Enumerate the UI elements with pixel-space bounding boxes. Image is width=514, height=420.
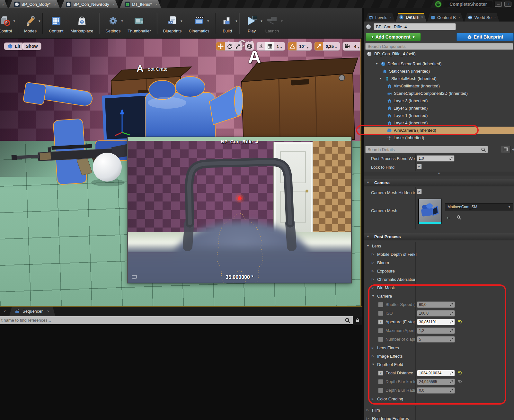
minimize-button[interactable]: —	[495, 2, 502, 7]
panel-collapse-icon[interactable]: ◀	[512, 147, 514, 151]
toolbar-marketplace-button[interactable]: uMarketplace	[67, 12, 97, 35]
column-divider[interactable]	[415, 154, 416, 171]
restore-button[interactable]: ❐	[504, 2, 511, 7]
blend-weight-field[interactable]: 1,0	[417, 155, 455, 162]
component-row-layer-2-inherited[interactable]: Layer 2 (Inherited)	[364, 104, 514, 112]
toolbar-thumbnailer-button[interactable]: Thumbnailer	[124, 12, 154, 35]
dropdown-caret-icon[interactable]: ▾	[13, 19, 15, 23]
expanded-arrow-icon[interactable]: ▼	[379, 77, 383, 80]
component-row-staticmesh-inherited[interactable]: StaticMesh (Inherited)	[364, 67, 514, 75]
search-components-input[interactable]	[368, 44, 511, 49]
level-viewport[interactable]: pty Cra	[0, 39, 361, 306]
camera-preview-window[interactable]: BP_Con_Rifle_4 35.000000 °	[128, 137, 351, 283]
details-splitter[interactable]: ▼	[364, 172, 514, 176]
camera-mesh-dropdown[interactable]: MatineeCam_SM ▼	[445, 203, 513, 210]
component-row-defaultsceneroot-inherited[interactable]: ▼DefaultSceneRoot (Inherited)	[364, 60, 514, 67]
angle-snap-button[interactable]	[288, 42, 297, 50]
window-tab-bp-con-newbody[interactable]: BP_Con_NewBody×	[61, 0, 119, 8]
actor-billboard-icon[interactable]: A	[137, 63, 144, 74]
expanded-arrow-icon[interactable]: ▼	[367, 244, 370, 247]
category-row-dirt-mask[interactable]: ▷ Dirt Mask	[364, 283, 514, 292]
position-snap-value[interactable]: 1▼	[274, 42, 285, 50]
category-row-exposure[interactable]: ▷ Exposure	[364, 267, 514, 275]
dropdown-caret-icon[interactable]: ▾	[121, 19, 123, 23]
tab-close-icon[interactable]: ×	[47, 309, 49, 314]
category-row-depth-of-field[interactable]: ▼ Depth of Field	[364, 360, 514, 369]
scale-snap-value[interactable]: 0,25▼	[323, 42, 340, 50]
scene-crate-large[interactable]	[242, 58, 358, 144]
tab-close-icon[interactable]: ×	[494, 16, 496, 19]
category-row-lens-flares[interactable]: ▷ Lens Flares	[364, 344, 514, 352]
toolbar-build-button[interactable]: ▾Build	[218, 12, 237, 35]
category-row-bloom[interactable]: ▷ Bloom	[364, 258, 514, 267]
camera-speed-button[interactable]	[343, 42, 351, 50]
category-row-image-effects[interactable]: ▷ Image Effects	[364, 352, 514, 360]
show-flags-button[interactable]: Show	[22, 42, 41, 50]
depth-blur-km-fo-field[interactable]: 24,945585	[417, 379, 455, 385]
search-components-box[interactable]	[365, 43, 513, 50]
shutter-speed-1-field[interactable]: 60,0	[417, 301, 455, 308]
dropdown-caret-icon[interactable]: ▾	[181, 19, 182, 23]
toolbar-play-button[interactable]: ▾Play	[242, 12, 262, 35]
camera-section-header[interactable]: ▼ Camera	[364, 179, 514, 186]
maximum-apertu-checkbox[interactable]: ✔	[378, 328, 383, 333]
component-row-laser-inherited[interactable]: Laser (Inherited)	[364, 134, 514, 141]
view-mode-button[interactable]: Lit	[4, 42, 24, 50]
expanded-arrow-icon[interactable]: ▼	[372, 294, 375, 298]
toolbar-settings-button[interactable]: ▾Settings	[102, 12, 124, 35]
tab-close-icon[interactable]: ×	[4, 309, 6, 314]
tab-world-se[interactable]: World Se ×	[465, 13, 499, 22]
window-tab-e[interactable]: e×	[0, 0, 8, 8]
depth-blur-km-fo-checkbox[interactable]: ✔	[378, 379, 383, 384]
toolbar-blueprints-button[interactable]: ▾Blueprints	[160, 12, 185, 35]
category-row-lens[interactable]: ▼ Lens	[364, 242, 514, 250]
focal-distance-field[interactable]: 1034,910034	[417, 370, 455, 376]
tab-details[interactable]: i Details ×	[396, 13, 426, 22]
aperture-f-stop-checkbox[interactable]: ✔	[378, 319, 383, 325]
search-details-input[interactable]	[368, 147, 480, 152]
window-tab-dt-items[interactable]: DT_Items*×	[120, 0, 161, 8]
component-row-layer-4-inherited[interactable]: Layer 4 (Inherited)	[364, 119, 514, 127]
tab-close-icon[interactable]: ×	[390, 16, 392, 19]
category-row-camera[interactable]: ▼ Camera	[364, 292, 514, 300]
category-row-mobile-depth-of-field[interactable]: ▷ Mobile Depth of Field	[364, 250, 514, 258]
tab-levels[interactable]: Levels ×	[365, 13, 395, 22]
expanded-arrow-icon[interactable]: ▼	[376, 62, 379, 65]
search-details-box[interactable]	[365, 146, 488, 153]
scene-sphere[interactable]	[93, 153, 122, 182]
toolbar-launch-button[interactable]: ▾Launch	[262, 12, 283, 35]
property-matrix-button[interactable]	[501, 146, 510, 153]
reset-to-default-icon[interactable]	[458, 371, 462, 375]
aperture-f-stop-field[interactable]: 30,861191	[417, 319, 455, 325]
reset-to-default-icon[interactable]	[458, 320, 462, 324]
reset-to-default-icon[interactable]	[458, 380, 462, 384]
shutter-speed-1-checkbox[interactable]: ✔	[378, 302, 383, 307]
camera-mesh-thumbnail[interactable]	[418, 199, 442, 224]
collapsed-arrow-icon[interactable]: ▷	[372, 269, 375, 273]
surface-snap-button[interactable]	[257, 42, 265, 50]
scale-button[interactable]	[234, 42, 242, 50]
tab-close-icon[interactable]: ×	[54, 3, 56, 6]
scale-snap-button[interactable]	[315, 42, 323, 50]
dropdown-caret-icon[interactable]: ▾	[39, 19, 40, 23]
collapsed-arrow-icon[interactable]: ▷	[372, 354, 375, 358]
iso-field[interactable]: 100,0	[417, 310, 455, 317]
rotation-snap-value[interactable]: 10°▼	[297, 42, 312, 50]
number-of-diaph-field[interactable]: 5	[417, 336, 455, 343]
collapsed-arrow-icon[interactable]: ▷	[372, 286, 375, 289]
instance-name-field[interactable]	[374, 23, 456, 30]
toolbar-modes-button[interactable]: ▾Modes	[21, 12, 40, 35]
move-button[interactable]	[216, 42, 225, 50]
component-row-layer-3-inherited[interactable]: Layer 3 (Inherited)	[364, 97, 514, 104]
iso-checkbox[interactable]: ✔	[378, 311, 383, 316]
toolbar-cinematics-button[interactable]: ▾Cinematics	[185, 12, 213, 35]
dropdown-caret-icon[interactable]: ▾	[207, 19, 209, 23]
rotate-button[interactable]	[225, 42, 234, 50]
focal-distance-checkbox[interactable]: ✔	[378, 371, 383, 376]
component-row-aimcollimator-inherited[interactable]: AimCollimator (Inherited)	[364, 82, 514, 90]
category-row-color-grading[interactable]: ▷ Color Grading	[364, 395, 514, 403]
component-row-aimcamera-inherited[interactable]: AimCamera (Inherited)	[364, 127, 514, 134]
window-tab-bp-con-body[interactable]: BP_Con_Body*×	[9, 0, 60, 8]
category-row-rendering-features[interactable]: ▷ Rendering Features	[364, 414, 514, 420]
tab-close-icon[interactable]: ×	[113, 3, 115, 6]
